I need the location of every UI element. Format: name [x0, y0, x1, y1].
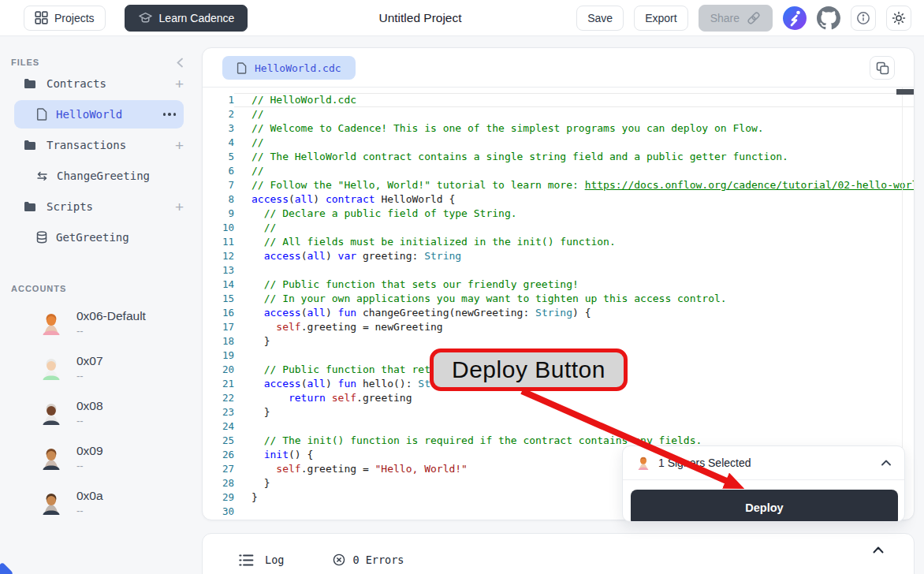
sidebar-collapse-icon[interactable]: [177, 58, 184, 68]
transaction-item-label: ChangeGreeting: [57, 170, 176, 182]
account-address: 0x09: [76, 444, 103, 458]
code-line: 8access(all) contract HelloWorld {: [203, 192, 914, 207]
log-tab-label[interactable]: Log: [265, 554, 284, 566]
accounts-section-header: ACCOUNTS: [11, 283, 184, 294]
sidebar-folder-contracts[interactable]: Contracts +: [0, 68, 199, 99]
contract-file-icon: [36, 108, 47, 121]
account-deployed-value: --: [76, 415, 103, 427]
projects-button[interactable]: Projects: [24, 6, 106, 31]
info-button[interactable]: [851, 6, 876, 31]
sidebar: FILES Contracts + HelloWorld Transaction…: [0, 36, 199, 574]
annotation-label: Deploy Button: [452, 356, 605, 383]
signer-avatar: [636, 456, 650, 470]
signers-header[interactable]: 1 Signers Selected: [623, 446, 904, 480]
info-icon: [856, 11, 870, 25]
projects-label: Projects: [54, 12, 95, 24]
add-contract-button[interactable]: +: [175, 76, 184, 91]
folder-icon: [24, 140, 36, 151]
tab-label: HelloWorld.cdc: [255, 62, 341, 74]
code-line: 5// The HelloWorld contract contains a s…: [203, 150, 914, 164]
account-info: 0x07 --: [76, 354, 103, 382]
code-line: 4//: [203, 136, 914, 150]
editor-scrollbar-thumb[interactable]: [896, 89, 914, 95]
annotation-callout: Deploy Button: [430, 348, 628, 391]
account-info: 0x06-Default --: [76, 309, 146, 337]
sun-icon: [892, 11, 906, 25]
sidebar-folder-transactions[interactable]: Transactions +: [0, 129, 199, 161]
folder-label: Scripts: [47, 200, 175, 213]
header-actions: Save Export Share: [576, 5, 911, 32]
account-address: 0x07: [76, 354, 103, 368]
folder-icon: [24, 201, 36, 212]
learn-cadence-label: Learn Cadence: [159, 12, 235, 24]
item-menu-icon[interactable]: [163, 113, 177, 116]
sidebar-item-changegreeting[interactable]: ChangeGreeting: [14, 162, 184, 190]
code-line: 22 return self.greeting: [203, 391, 914, 405]
account-avatar: [39, 491, 63, 515]
account-avatar: [39, 401, 63, 425]
account-avatar: [636, 456, 650, 470]
top-header: Projects Learn Cadence Untitled Project …: [0, 0, 924, 36]
account-row-0x06-default[interactable]: 0x06-Default --: [0, 300, 199, 345]
learn-cadence-button[interactable]: Learn Cadence: [125, 5, 248, 32]
folder-label: Contracts: [47, 77, 175, 90]
account-row-0x0a[interactable]: 0x0a --: [0, 480, 199, 525]
code-line: 10 //: [203, 221, 914, 235]
account-deployed-value: --: [76, 505, 103, 516]
signers-panel: 1 Signers Selected Deploy: [622, 445, 905, 522]
sidebar-folder-scripts[interactable]: Scripts +: [0, 191, 199, 222]
chevron-up-icon[interactable]: [881, 460, 891, 466]
script-item-label: GetGreeting: [56, 231, 176, 244]
account-row-0x09[interactable]: 0x09 --: [0, 435, 199, 480]
export-button[interactable]: Export: [634, 6, 687, 31]
flow-playground-logo[interactable]: [783, 6, 807, 30]
script-database-icon: [36, 231, 47, 244]
errors-label: 0 Errors: [352, 554, 404, 566]
link-icon: [747, 11, 761, 25]
account-deployed-value: --: [76, 370, 103, 382]
account-address: 0x08: [76, 399, 103, 413]
account-address: 0x0a: [76, 489, 103, 503]
account-address: 0x06-Default: [76, 309, 146, 323]
circle-x-icon: [333, 554, 345, 566]
log-bar: Log 0 Errors: [202, 533, 915, 574]
copy-code-button[interactable]: [870, 56, 895, 80]
files-heading: FILES: [11, 58, 39, 67]
add-transaction-button[interactable]: +: [175, 138, 184, 153]
page-title: Untitled Project: [378, 11, 461, 25]
graduation-cap-icon: [138, 11, 153, 24]
account-row-0x07[interactable]: 0x07 --: [0, 345, 199, 390]
log-list-icon: [239, 554, 254, 567]
transaction-icon: [36, 171, 48, 181]
code-line: 1// HelloWorld.cdc: [203, 93, 914, 107]
github-icon[interactable]: [817, 6, 840, 30]
log-expand-chevron-icon[interactable]: [873, 546, 884, 554]
account-info: 0x09 --: [76, 444, 103, 472]
code-line: 24: [203, 419, 914, 434]
sidebar-item-helloworld[interactable]: HelloWorld: [14, 100, 184, 129]
copy-icon: [876, 62, 889, 75]
code-line: 17 self.greeting = newGreeting: [203, 320, 914, 334]
contract-item-label: HelloWorld: [56, 108, 163, 121]
tab-helloworld-cdc[interactable]: HelloWorld.cdc: [222, 56, 356, 80]
folder-icon: [24, 78, 36, 89]
add-script-button[interactable]: +: [175, 199, 184, 214]
editor-tab-bar: HelloWorld.cdc: [203, 48, 914, 88]
code-line: 13: [203, 263, 914, 278]
code-line: 14 // Public function that sets our frie…: [203, 278, 914, 292]
export-label: Export: [645, 12, 676, 24]
account-row-0x08[interactable]: 0x08 --: [0, 390, 199, 435]
chat-widget-corner[interactable]: [0, 562, 13, 574]
sidebar-item-getgreeting[interactable]: GetGreeting: [14, 223, 184, 252]
account-avatar: [39, 446, 63, 470]
code-line: 12 access(all) var greeting: String: [203, 249, 914, 263]
accounts-heading: ACCOUNTS: [11, 284, 66, 293]
account-avatar: [39, 311, 63, 335]
share-button[interactable]: Share: [699, 5, 773, 32]
theme-toggle-button[interactable]: [886, 6, 911, 31]
signers-label: 1 Signers Selected: [658, 457, 881, 469]
deploy-button[interactable]: Deploy: [631, 490, 898, 522]
code-line: 18 }: [203, 334, 914, 348]
errors-indicator[interactable]: 0 Errors: [333, 554, 404, 566]
save-button[interactable]: Save: [576, 6, 624, 31]
